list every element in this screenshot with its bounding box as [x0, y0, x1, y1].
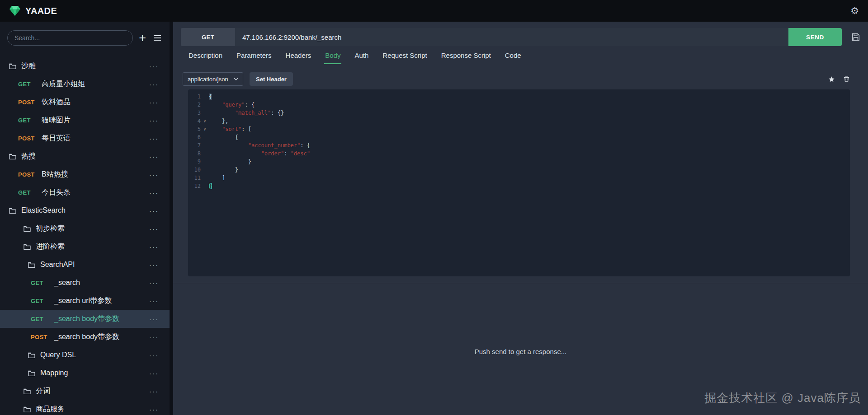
fold-gutter	[201, 93, 209, 101]
request-label: 高质量小姐姐	[42, 79, 85, 89]
sidebar-request-item[interactable]: GET_search···	[0, 274, 170, 292]
search-input[interactable]	[7, 30, 133, 46]
tab-code[interactable]: Code	[504, 49, 522, 64]
code-line[interactable]: 1{	[188, 93, 850, 101]
sidebar-folder-item[interactable]: 初步检索···	[0, 219, 170, 238]
sidebar-folder-item[interactable]: 沙雕···	[0, 57, 170, 75]
gear-icon[interactable]: ⚙	[850, 5, 859, 16]
row-menu-button[interactable]: ···	[149, 98, 159, 106]
row-menu-button[interactable]: ···	[149, 117, 159, 124]
save-request-icon[interactable]	[852, 33, 860, 41]
sidebar-folder-item[interactable]: 热搜···	[0, 147, 170, 165]
sidebar-folder-item[interactable]: ElasticSearch···	[0, 201, 170, 219]
sidebar-request-item[interactable]: POSTB站热搜···	[0, 165, 170, 183]
hamburger-menu-icon[interactable]	[153, 35, 161, 41]
row-menu-button[interactable]: ···	[149, 80, 159, 88]
sidebar-folder-item[interactable]: Query DSL···	[0, 346, 170, 364]
code-line[interactable]: 9 }	[188, 158, 850, 166]
folder-icon	[24, 388, 31, 394]
tab-headers[interactable]: Headers	[285, 49, 312, 64]
fold-gutter	[201, 109, 209, 117]
row-menu-button[interactable]: ···	[149, 243, 159, 251]
sidebar-request-item[interactable]: POST每日英语···	[0, 129, 170, 147]
folder-icon	[28, 370, 35, 376]
sidebar-folder-item[interactable]: SearchAPI···	[0, 256, 170, 274]
set-header-button[interactable]: Set Header	[250, 72, 293, 86]
row-menu-button[interactable]: ···	[149, 207, 159, 214]
code-line[interactable]: 6 {	[188, 133, 850, 141]
tab-response-script[interactable]: Response Script	[440, 49, 492, 64]
tab-auth[interactable]: Auth	[354, 49, 369, 64]
code-line[interactable]: 12}	[188, 182, 850, 190]
row-menu-button[interactable]: ···	[149, 189, 159, 196]
row-menu-button[interactable]: ···	[149, 171, 159, 178]
sidebar-folder-item[interactable]: Mapping···	[0, 364, 170, 382]
tab-request-script[interactable]: Request Script	[382, 49, 428, 64]
folder-label: 沙雕	[21, 61, 36, 71]
code-line[interactable]: 10 }	[188, 166, 850, 174]
sidebar-folder-item[interactable]: 分词···	[0, 382, 170, 400]
content-type-value: application/json	[188, 76, 228, 83]
row-menu-button[interactable]: ···	[149, 261, 159, 269]
code-text: }	[209, 166, 238, 174]
sidebar-request-item[interactable]: POST_search body带参数···	[0, 328, 170, 346]
tab-body[interactable]: Body	[324, 49, 341, 64]
sidebar-request-item[interactable]: GET今日头条···	[0, 183, 170, 201]
method-selector[interactable]: GET	[181, 28, 235, 46]
request-bar: GET SEND	[181, 28, 842, 46]
sidebar-request-item[interactable]: GET猫咪图片···	[0, 111, 170, 129]
row-menu-button[interactable]: ···	[149, 153, 159, 160]
fold-gutter	[201, 141, 209, 149]
send-button[interactable]: SEND	[788, 28, 842, 46]
method-badge: POST	[18, 135, 42, 142]
row-menu-button[interactable]: ···	[149, 406, 159, 413]
folder-icon	[28, 352, 35, 358]
line-number: 11	[188, 174, 201, 182]
url-input[interactable]	[235, 28, 788, 46]
row-menu-button[interactable]: ···	[149, 333, 159, 341]
watermark-text: 掘金技术社区 @ Java陈序员	[704, 390, 861, 406]
code-text: "query": {	[209, 101, 255, 109]
code-line[interactable]: 4∨ },	[188, 117, 850, 125]
code-line[interactable]: 3 "match_all": {}	[188, 109, 850, 117]
sidebar-request-item[interactable]: GET高质量小姐姐···	[0, 75, 170, 93]
request-label: _search url带参数	[54, 296, 112, 306]
row-menu-button[interactable]: ···	[149, 225, 159, 233]
fold-gutter	[201, 149, 209, 158]
body-code-editor[interactable]: 1{2 "query": {3 "match_all": {}4∨ },5∨ "…	[188, 89, 850, 276]
row-menu-button[interactable]: ···	[149, 135, 159, 142]
tab-parameters[interactable]: Parameters	[236, 49, 273, 64]
line-number: 10	[188, 166, 201, 174]
line-number: 2	[188, 101, 201, 109]
row-menu-button[interactable]: ···	[149, 351, 159, 359]
star-icon[interactable]	[828, 76, 835, 83]
code-line[interactable]: 5∨ "sort": [	[188, 125, 850, 133]
sidebar-request-item[interactable]: POST饮料酒品···	[0, 93, 170, 111]
fold-arrow-icon[interactable]: ∨	[201, 125, 209, 133]
trash-icon[interactable]	[843, 75, 850, 83]
response-pane-divider[interactable]	[173, 283, 868, 283]
code-line[interactable]: 11 ]	[188, 174, 850, 182]
tab-description[interactable]: Description	[188, 49, 223, 64]
row-menu-button[interactable]: ···	[149, 387, 159, 395]
code-line[interactable]: 2 "query": {	[188, 101, 850, 109]
request-label: _search body带参数	[54, 332, 119, 342]
fold-arrow-icon[interactable]: ∨	[201, 117, 209, 125]
row-menu-button[interactable]: ···	[149, 62, 159, 70]
add-collection-button[interactable]: +	[139, 32, 146, 44]
row-menu-button[interactable]: ···	[149, 369, 159, 377]
sidebar-request-item[interactable]: GET_search url带参数···	[0, 292, 170, 310]
row-menu-button[interactable]: ···	[149, 279, 159, 287]
sidebar-request-item[interactable]: GET_search body带参数···	[0, 310, 170, 328]
row-menu-button[interactable]: ···	[149, 315, 159, 323]
code-line[interactable]: 7 "account_number": {	[188, 141, 850, 149]
line-number: 1	[188, 93, 201, 101]
code-editor-lines: 1{2 "query": {3 "match_all": {}4∨ },5∨ "…	[188, 93, 850, 190]
row-menu-button[interactable]: ···	[149, 297, 159, 305]
sidebar-resizer[interactable]	[170, 22, 173, 415]
sidebar-folder-item[interactable]: 商品服务···	[0, 400, 170, 415]
content-type-select[interactable]: application/json	[183, 72, 243, 86]
code-line[interactable]: 8 "order": "desc"	[188, 149, 850, 158]
folder-icon	[9, 208, 16, 214]
sidebar-folder-item[interactable]: 进阶检索···	[0, 238, 170, 256]
